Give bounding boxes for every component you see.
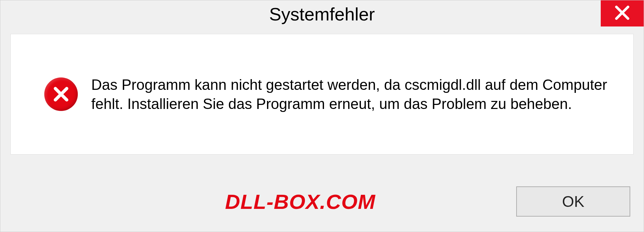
- close-button[interactable]: [601, 0, 644, 26]
- ok-button[interactable]: OK: [516, 186, 630, 217]
- titlebar: Systemfehler: [0, 0, 644, 28]
- ok-button-label: OK: [562, 192, 584, 211]
- error-message: Das Programm kann nicht gestartet werden…: [91, 75, 620, 113]
- watermark-text: DLL-BOX.COM: [225, 190, 375, 214]
- dialog-title: Systemfehler: [269, 4, 375, 24]
- dialog-footer: DLL-BOX.COM OK: [10, 181, 634, 222]
- content-panel: Das Programm kann nicht gestartet werden…: [10, 34, 634, 155]
- error-icon: [44, 77, 78, 111]
- error-dialog: Systemfehler Das Programm kann nicht ges…: [0, 0, 644, 232]
- close-icon: [613, 4, 631, 23]
